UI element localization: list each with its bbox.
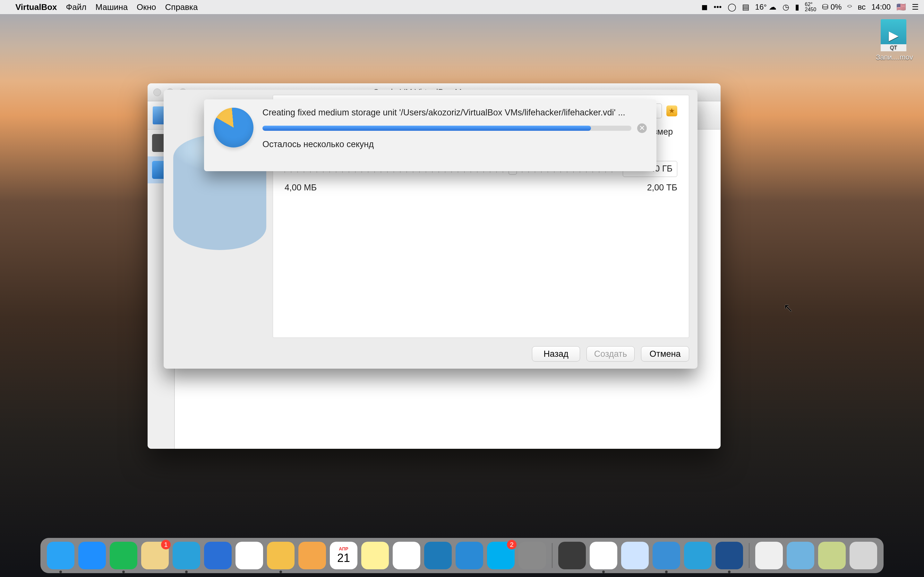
dock-app-skype[interactable]: 2 — [487, 542, 515, 569]
dock-app-preview[interactable] — [590, 542, 617, 569]
desktop-file[interactable]: ▶ QT Запи....mov — [876, 19, 911, 61]
cancel-button[interactable]: Отмена — [641, 346, 689, 362]
weather-temp[interactable]: 16° ☁ — [755, 3, 777, 11]
desktop-file-label: Запи....mov — [876, 53, 911, 61]
menu-window[interactable]: Окно — [137, 2, 156, 12]
battery-icon[interactable]: ▮ — [795, 3, 799, 11]
quicktime-thumb-icon: ▶ QT — [881, 19, 906, 51]
dock-app-trello[interactable] — [424, 542, 452, 569]
file-ext-badge: QT — [881, 44, 906, 51]
running-indicator-icon — [59, 571, 62, 573]
badge: 2 — [507, 540, 517, 550]
badge: 1 — [161, 540, 171, 550]
menuextra-icon[interactable]: ◼ — [701, 3, 708, 11]
dock-app-freeform[interactable] — [621, 542, 649, 569]
menu-file[interactable]: Файл — [66, 2, 87, 12]
dock-app-appstore[interactable] — [78, 542, 106, 569]
disk-usage[interactable]: ⛁ 0% — [822, 3, 842, 11]
dock-separator — [749, 543, 750, 568]
dock-app-folder[interactable] — [818, 542, 846, 569]
dock-app-cleanmymac[interactable] — [558, 542, 586, 569]
running-indicator-icon — [665, 571, 668, 573]
menubar-time[interactable]: 14:00 — [871, 3, 891, 11]
menuextra-icon[interactable]: ▤ — [742, 3, 750, 11]
slider-min-label: 4,00 МБ — [284, 183, 317, 193]
menubar: VirtualBox Файл Машина Окно Справка ◼ ••… — [0, 0, 924, 14]
dock-app-telegram[interactable] — [173, 542, 200, 569]
dock-app-textfile[interactable] — [755, 542, 783, 569]
dock-app-telegram2[interactable] — [684, 542, 712, 569]
dock-app-gp[interactable] — [456, 542, 483, 569]
cancel-progress-button[interactable]: ✕ — [637, 123, 647, 133]
dock-app-calendar[interactable]: АПР21 — [330, 542, 357, 569]
dock-app-qbittorrent[interactable] — [653, 542, 680, 569]
dock-app-finder[interactable] — [47, 542, 74, 569]
dock: 1АПР212 — [40, 538, 884, 573]
running-indicator-icon — [185, 571, 188, 573]
dock-app-virtualbox[interactable] — [716, 542, 743, 569]
running-indicator-icon — [602, 571, 605, 573]
menuextra-icon[interactable]: ◯ — [728, 3, 736, 11]
input-source-icon[interactable]: 🇺🇸 — [897, 3, 906, 11]
dock-app-trash[interactable] — [850, 542, 877, 569]
progress-sheet: Creating fixed medium storage unit '/Use… — [204, 99, 656, 171]
dock-separator — [552, 543, 552, 568]
desktop: VirtualBox Файл Машина Окно Справка ◼ ••… — [0, 0, 924, 577]
menu-help[interactable]: Справка — [165, 2, 198, 12]
dock-app-downloads[interactable] — [787, 542, 814, 569]
progress-remaining: Осталось несколько секунд — [262, 139, 647, 149]
notification-center-icon[interactable]: ☰ — [912, 3, 919, 11]
dock-app-things[interactable]: 1 — [141, 542, 169, 569]
clock-icon[interactable]: ◷ — [782, 3, 789, 11]
wifi-icon[interactable]: ⌔ — [847, 3, 852, 11]
back-button[interactable]: Назад — [532, 346, 580, 362]
cursor-icon: ↖ — [783, 301, 793, 315]
progress-fill — [262, 126, 591, 131]
progress-bar — [262, 126, 632, 131]
running-indicator-icon — [122, 571, 125, 573]
running-indicator-icon — [279, 571, 282, 573]
dock-app-spotify[interactable] — [110, 542, 137, 569]
menu-machine[interactable]: Машина — [95, 2, 128, 12]
location-picker-button[interactable]: ★ — [666, 105, 677, 116]
dock-app-chrome[interactable] — [267, 542, 294, 569]
menubar-day: вс — [858, 3, 865, 11]
dock-app-tweetbot[interactable] — [204, 542, 232, 569]
progress-message: Creating fixed medium storage unit '/Use… — [262, 108, 647, 118]
running-indicator-icon — [728, 571, 730, 573]
dock-app-notes[interactable] — [361, 542, 389, 569]
dock-app-reminders[interactable] — [393, 542, 420, 569]
dock-app-systemprefs[interactable] — [519, 542, 546, 569]
create-button: Создать — [586, 346, 635, 362]
dock-app-photos[interactable] — [298, 542, 326, 569]
dock-app-bear[interactable] — [236, 542, 263, 569]
disk-progress-icon — [214, 108, 254, 147]
battery-stats: 62° 2450 — [805, 2, 817, 12]
slider-max-label: 2,00 ТБ — [647, 183, 677, 193]
menuextra-icon[interactable]: ••• — [714, 3, 722, 11]
app-menu[interactable]: VirtualBox — [15, 2, 57, 12]
